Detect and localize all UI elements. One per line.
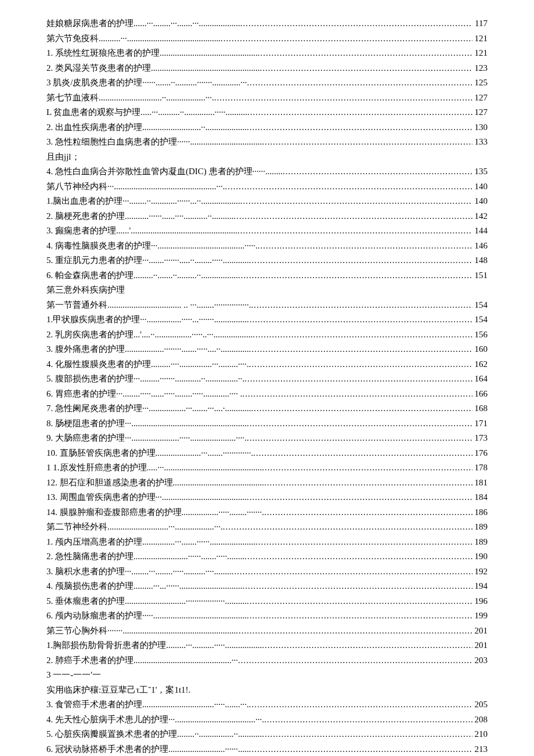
toc-entry: 9. 大肠癌患者的护理···......................····… bbox=[46, 431, 488, 446]
toc-leader bbox=[236, 624, 472, 639]
toc-page: 140 bbox=[472, 194, 488, 209]
toc-page: 146 bbox=[472, 239, 488, 254]
toc-title: 2. 乳房疾病患者的护理...'....··.................·… bbox=[46, 327, 252, 343]
toc-page: 210 bbox=[472, 727, 488, 742]
toc-page: 213 bbox=[472, 742, 488, 757]
toc-page: 154 bbox=[472, 312, 488, 327]
toc-title: 1 1.原发性肝癌患者的护理.....···..................… bbox=[46, 460, 262, 476]
toc-leader bbox=[244, 372, 472, 387]
toc-title: 10. 直肠胚管疾病患者的护理.....................···.… bbox=[46, 446, 253, 461]
toc-page: 117 bbox=[472, 16, 488, 31]
toc-title: 4. 先天性心脏病手术患儿的护理···.....................… bbox=[46, 712, 264, 728]
toc-entry: 第二节神经外科............................···..… bbox=[46, 520, 488, 535]
toc-title: 12. 胆石症和胆道感染患者的护理.......................… bbox=[46, 476, 264, 491]
toc-leader bbox=[262, 460, 472, 476]
table-of-contents: 娃娘糖尿病患者的护理......···........···.......···… bbox=[46, 16, 488, 756]
toc-leader bbox=[255, 535, 472, 550]
toc-title: 6. 胃癌患者的护理···........·····......·····...… bbox=[46, 387, 243, 402]
toc-page: 203 bbox=[472, 653, 488, 668]
toc-title: 2. 类风湿关节炎患者的护理..........................… bbox=[46, 61, 260, 76]
toc-page: 142 bbox=[472, 209, 488, 224]
toc-title: 3. 脑积水患者的护理···........···........·····..… bbox=[46, 564, 232, 579]
toc-entry: 第三意外科疾病护理 bbox=[46, 283, 488, 298]
toc-entry: 4. 颅脑损伤患者的护理.........···...······.......… bbox=[46, 579, 488, 594]
toc-entry: 3. 腹外痛患者的护理..................········...… bbox=[46, 342, 488, 357]
toc-page: 186 bbox=[472, 505, 488, 520]
toc-page: 208 bbox=[472, 712, 488, 728]
toc-title: 5. 心脏疾病瓣膜置换术患者的护理........··.............… bbox=[46, 727, 262, 742]
toc-entry: 3. 食管癌手术患者的护理...........................… bbox=[46, 697, 488, 712]
toc-leader bbox=[240, 16, 472, 31]
toc-entry: 实用临床护穰:豆豆辈己τ工˜1'，案1t1!. bbox=[46, 683, 488, 698]
toc-page: 178 bbox=[472, 460, 488, 476]
toc-page: 156 bbox=[472, 327, 488, 343]
toc-title: L 贫血患者的观察与护理.....···..........··........… bbox=[46, 105, 247, 120]
toc-page: 176 bbox=[472, 446, 488, 461]
toc-entry: 2. 肺癌手术患者的护理............................… bbox=[46, 653, 488, 668]
toc-title: 第二节神经外科............................···..… bbox=[46, 520, 223, 535]
toc-leader bbox=[247, 105, 472, 120]
toc-entry: 6. 冠状动脉搭桥手术患者的护理........................… bbox=[46, 742, 488, 757]
toc-title: 5. 重症肌元力患者的护理···.......·······.....··...… bbox=[46, 253, 249, 268]
toc-entry: 且由jjl； bbox=[46, 150, 488, 165]
toc-leader bbox=[283, 164, 472, 179]
toc-entry: 2. 脑梗死患者的护理...........······......····..… bbox=[46, 209, 488, 224]
toc-title: 3 一一-一一'一 bbox=[46, 668, 101, 683]
toc-page: 194 bbox=[472, 579, 488, 594]
toc-leader bbox=[247, 490, 472, 505]
toc-page: 190 bbox=[472, 549, 488, 564]
toc-title: 4. 化服性腹膜炎患者的护理.........····.............… bbox=[46, 357, 249, 372]
toc-page: 130 bbox=[472, 120, 488, 135]
toc-entry: 第一节普通外科.................................… bbox=[46, 298, 488, 313]
toc-title: 1.甲状腺疾病患者的护理···................·····...·… bbox=[46, 312, 247, 327]
toc-page: 168 bbox=[472, 401, 488, 416]
toc-title: 第三意外科疾病护理 bbox=[46, 283, 125, 298]
toc-leader bbox=[258, 46, 472, 61]
toc-leader bbox=[247, 594, 472, 609]
toc-title: 6. 冠状动脉搭桥手术患者的护理........................… bbox=[46, 742, 249, 757]
toc-leader bbox=[251, 401, 472, 416]
toc-entry: 10. 直肠胚管疾病患者的护理.....................···.… bbox=[46, 446, 488, 461]
toc-page: 184 bbox=[472, 490, 488, 505]
toc-entry: 1. 颅内压增高患者的护理...............···.......··… bbox=[46, 535, 488, 550]
toc-page: 201 bbox=[472, 624, 488, 639]
toc-entry: 3 肌炎/皮肌炎患者的护理······.......··..........··… bbox=[46, 75, 488, 91]
toc-leader bbox=[264, 476, 472, 491]
toc-leader bbox=[221, 31, 472, 46]
toc-page: 140 bbox=[472, 179, 488, 195]
toc-leader bbox=[238, 653, 472, 668]
toc-title: 4. 急性白血病合并弥散性血管内凝血(DIC) 患者的护理······.....… bbox=[46, 164, 283, 179]
toc-title: 9. 大肠癌患者的护理···......................····… bbox=[46, 431, 247, 446]
toc-page: 189 bbox=[472, 520, 488, 535]
toc-title: 1. 颅内压增高患者的护理...............···.......··… bbox=[46, 535, 255, 550]
toc-leader bbox=[225, 179, 472, 195]
toc-leader bbox=[262, 727, 472, 742]
toc-leader bbox=[247, 312, 472, 327]
toc-leader bbox=[258, 239, 472, 254]
toc-title: 8. 肠梗阻患者的护理···..........................… bbox=[46, 416, 247, 431]
toc-leader bbox=[247, 609, 472, 624]
toc-entry: 3. 脑积水患者的护理···........···........·····..… bbox=[46, 564, 488, 579]
toc-page: 160 bbox=[472, 342, 488, 357]
toc-page: 133 bbox=[472, 135, 488, 150]
toc-leader bbox=[249, 357, 472, 372]
toc-page: 127 bbox=[472, 105, 488, 120]
toc-entry: 第六节免疫科..........···.....................… bbox=[46, 31, 488, 46]
toc-page: 135 bbox=[472, 164, 488, 179]
toc-page: 171 bbox=[472, 416, 488, 431]
toc-leader bbox=[262, 638, 472, 653]
toc-entry: 4. 化服性腹膜炎患者的护理.........····.............… bbox=[46, 357, 488, 372]
toc-page: 166 bbox=[472, 387, 488, 402]
toc-leader bbox=[214, 91, 472, 106]
toc-leader bbox=[232, 564, 472, 579]
toc-page: 162 bbox=[472, 357, 488, 372]
toc-leader bbox=[247, 416, 472, 431]
toc-leader bbox=[249, 342, 472, 357]
toc-title: 3 肌炎/皮肌炎患者的护理······.......··..........··… bbox=[46, 75, 247, 91]
toc-entry: 4. 急性白血病合并弥散性血管内凝血(DIC) 患者的护理······.....… bbox=[46, 164, 488, 179]
toc-page: 199 bbox=[472, 609, 488, 624]
toc-page: 173 bbox=[472, 431, 488, 446]
toc-page: 121 bbox=[472, 31, 488, 46]
toc-title: 4. 颅脑损伤患者的护理.........···...······.......… bbox=[46, 579, 243, 594]
toc-title: 1. 系统性红斑狼疮患者的护理.........................… bbox=[46, 46, 258, 61]
